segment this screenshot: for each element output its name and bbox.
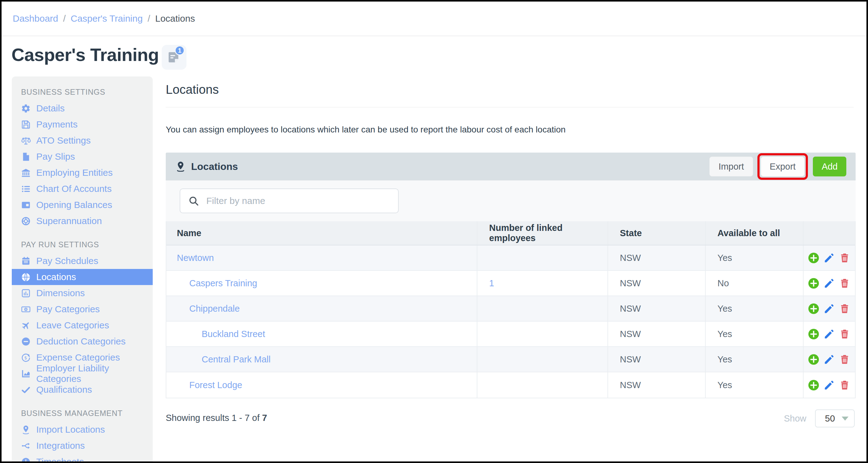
sidebar-item-details[interactable]: Details	[12, 100, 153, 117]
sidebar-item-chart-of-accounts[interactable]: Chart Of Accounts	[12, 181, 153, 197]
results-summary: Showing results 1 - 7 of 7	[166, 413, 267, 423]
list-icon	[21, 184, 31, 194]
document-icon	[21, 152, 31, 162]
available-cell: Yes	[706, 372, 804, 398]
floppy-disk-icon	[21, 120, 31, 129]
add-button[interactable]: Add	[813, 157, 846, 176]
branch-icon	[21, 441, 31, 451]
column-header-actions	[804, 221, 855, 245]
sidebar-item-import-locations[interactable]: Import Locations	[12, 422, 153, 438]
pencil-icon[interactable]	[824, 303, 835, 315]
map-pin-icon	[21, 425, 31, 434]
plus-circle-icon[interactable]	[808, 354, 819, 365]
plus-circle-icon[interactable]	[808, 379, 819, 391]
sidebar-item-locations[interactable]: Locations	[12, 269, 153, 285]
sidebar-item-label: Employer Liability Categories	[36, 363, 153, 384]
plus-circle-icon[interactable]	[808, 328, 819, 340]
state-cell: NSW	[608, 245, 706, 270]
locations-panel-header: Locations Import Export Add	[166, 153, 856, 180]
sidebar-item-payments[interactable]: Payments	[12, 117, 153, 132]
location-name-link[interactable]: Newtown	[177, 253, 214, 263]
sidebar-item-label: Superannuation	[36, 216, 102, 226]
sidebar-item-label: Dimensions	[36, 288, 85, 298]
state-cell: NSW	[608, 372, 706, 398]
sidebar-item-dimensions[interactable]: Dimensions	[12, 285, 153, 301]
sidebar-item-label: Qualifications	[36, 385, 92, 395]
sidebar-item-opening-balances[interactable]: Opening Balances	[12, 197, 153, 213]
annotation-highlight-box: Export	[757, 153, 808, 180]
table-header-row: Name Number of linked employees State Av…	[166, 221, 855, 245]
sidebar-item-employing-entities[interactable]: Employing Entities	[12, 165, 153, 181]
page-size-select[interactable]: 50	[815, 409, 855, 427]
sidebar-item-pay-categories[interactable]: Pay Categories	[12, 301, 153, 317]
sidebar-item-label: Payments	[36, 119, 78, 130]
import-button[interactable]: Import	[709, 157, 753, 176]
check-icon	[21, 385, 31, 395]
trash-icon[interactable]	[839, 379, 850, 391]
pencil-icon[interactable]	[824, 379, 835, 391]
sidebar-section-business-management: BUSINESS MANAGEMENT	[12, 404, 153, 422]
column-header-state: State	[608, 221, 706, 245]
sidebar-item-label: Pay Categories	[36, 304, 100, 315]
linked-employees-cell	[477, 372, 608, 398]
trash-icon[interactable]	[839, 354, 850, 365]
linked-employees-cell	[477, 347, 608, 372]
app-window: Dashboard / Casper's Training / Location…	[0, 0, 868, 463]
breadcrumb-business[interactable]: Casper's Training	[71, 13, 143, 24]
state-cell: NSW	[608, 322, 706, 346]
location-name-link[interactable]: Caspers Training	[189, 278, 257, 289]
globe-icon	[21, 272, 31, 282]
sidebar-item-employer-liability-categories[interactable]: Employer Liability Categories	[12, 365, 153, 382]
linked-employees-cell	[477, 245, 608, 270]
business-notes-button[interactable]: 1	[162, 45, 186, 70]
plus-circle-icon[interactable]	[808, 303, 819, 315]
table-row: Forest Lodge NSW Yes	[166, 372, 855, 398]
pencil-icon[interactable]	[824, 252, 835, 264]
state-cell: NSW	[608, 296, 706, 321]
settings-sidebar: BUSINESS SETTINGS Details Payments ATO S…	[12, 76, 153, 461]
breadcrumb-dashboard[interactable]: Dashboard	[13, 13, 58, 24]
export-button[interactable]: Export	[761, 157, 805, 176]
sidebar-item-label: Locations	[36, 272, 76, 282]
sidebar-item-pay-schedules[interactable]: Pay Schedules	[12, 253, 153, 269]
pencil-icon[interactable]	[824, 328, 835, 340]
trash-icon[interactable]	[839, 277, 850, 289]
sidebar-item-label: Deduction Categories	[36, 336, 126, 346]
trash-icon[interactable]	[839, 252, 850, 264]
sidebar-item-label: Pay Slips	[36, 151, 75, 162]
clock-icon	[21, 457, 31, 462]
sidebar-item-integrations[interactable]: Integrations	[12, 438, 153, 454]
linked-employees-link[interactable]: 1	[489, 278, 494, 289]
trash-icon[interactable]	[839, 328, 850, 340]
trash-icon[interactable]	[839, 303, 850, 315]
available-cell: Yes	[706, 322, 804, 346]
dollar-cycle-icon: $	[21, 353, 31, 362]
sidebar-item-label: Chart Of Accounts	[36, 184, 112, 194]
sidebar-item-timesheets[interactable]: Timesheets	[12, 454, 153, 461]
sidebar-item-ato-settings[interactable]: ATO Settings	[12, 132, 153, 148]
location-name-link[interactable]: Central Park Mall	[202, 354, 271, 365]
plus-circle-icon[interactable]	[808, 277, 819, 289]
filter-input-wrapper	[180, 189, 399, 213]
note-count-badge: 1	[175, 45, 185, 56]
pencil-icon[interactable]	[824, 277, 835, 289]
pencil-icon[interactable]	[824, 354, 835, 365]
sidebar-item-leave-categories[interactable]: Leave Categories	[12, 317, 153, 333]
page-size-control: Show 50	[784, 409, 855, 427]
location-name-link[interactable]: Buckland Street	[202, 329, 265, 339]
location-name-link[interactable]: Forest Lodge	[189, 380, 242, 390]
sidebar-item-deduction-categories[interactable]: Deduction Categories	[12, 333, 153, 350]
linked-employees-cell	[477, 322, 608, 346]
page-section-heading: Locations	[166, 82, 219, 97]
sidebar-item-pay-slips[interactable]: Pay Slips	[12, 148, 153, 165]
sidebar-section-business-settings: BUSINESS SETTINGS	[12, 83, 153, 100]
sidebar-section-pay-run-settings: PAY RUN SETTINGS	[12, 236, 153, 253]
plus-circle-icon[interactable]	[808, 252, 819, 264]
filter-bar	[166, 180, 856, 221]
header-divider	[2, 36, 866, 36]
page-title: Casper's Training	[11, 44, 159, 65]
filter-by-name-input[interactable]	[206, 196, 398, 206]
sidebar-item-superannuation[interactable]: Superannuation	[12, 213, 153, 229]
state-cell: NSW	[608, 347, 706, 372]
location-name-link[interactable]: Chippendale	[189, 304, 240, 314]
